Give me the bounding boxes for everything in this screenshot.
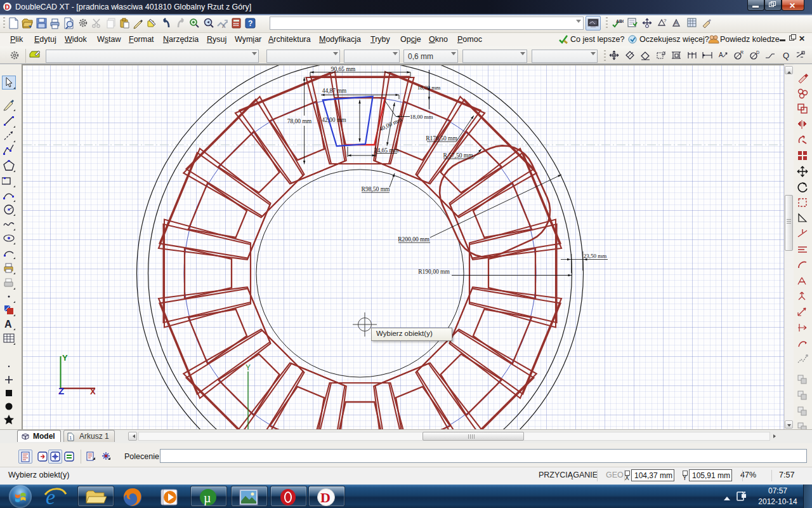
svg-text:42,00 mm: 42,00 mm <box>322 117 346 123</box>
svg-text:R: R <box>740 50 743 55</box>
svg-text:A: A <box>4 319 12 330</box>
svg-text:A: A <box>719 51 723 58</box>
svg-text:A: A <box>222 23 226 29</box>
svg-text:?: ? <box>664 18 667 23</box>
svg-text:D: D <box>756 50 759 55</box>
svg-text:Z: Z <box>58 385 64 396</box>
svg-text:µ: µ <box>204 491 211 505</box>
svg-text:ABC: ABC <box>616 19 624 23</box>
svg-text:X: X <box>90 387 96 396</box>
svg-text:A: A <box>674 20 678 26</box>
svg-text:Q: Q <box>783 51 789 60</box>
svg-text:44,87 mm: 44,87 mm <box>322 88 347 94</box>
svg-text:Y: Y <box>62 353 68 363</box>
svg-text:R176,50 mm: R176,50 mm <box>426 135 457 142</box>
svg-text:R98,50 mm: R98,50 mm <box>362 186 390 192</box>
svg-text:Y: Y <box>683 474 687 481</box>
svg-text:24,65 mm: 24,65 mm <box>374 147 399 154</box>
svg-text:R200,00 mm: R200,00 mm <box>398 236 429 243</box>
svg-text:78,00 mm: 78,00 mm <box>287 118 312 124</box>
svg-text:1: 1 <box>69 435 72 441</box>
svg-text:Y: Y <box>246 363 251 372</box>
svg-text:R190,00 mm: R190,00 mm <box>418 269 450 275</box>
svg-text:23,50 mm: 23,50 mm <box>584 253 607 259</box>
svg-text:18,00 mm: 18,00 mm <box>410 114 433 120</box>
svg-text:?: ? <box>248 19 252 28</box>
svg-text:R,57,50 mm: R,57,50 mm <box>443 152 473 159</box>
svg-text:X: X <box>625 474 629 481</box>
svg-text:90,65 mm: 90,65 mm <box>331 66 356 72</box>
